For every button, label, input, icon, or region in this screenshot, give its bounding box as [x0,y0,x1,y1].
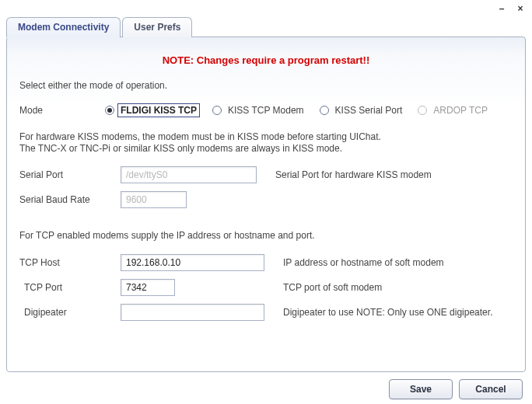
digipeater-input[interactable] [121,304,264,321]
radio-kiss-serial-port[interactable]: KISS Serial Port [320,103,406,117]
hardware-info: For hardware KISS modems, the modem must… [19,131,513,154]
minimize-icon[interactable]: – [496,3,507,14]
select-mode-text: Select either the mode of operation. [19,80,513,91]
restart-note: NOTE: Changes require a program restart!… [19,54,513,66]
tcp-port-label: TCP Port [19,282,121,293]
tab-modem-connectivity[interactable]: Modem Connectivity [6,17,121,37]
tcp-port-input[interactable] [121,279,175,296]
dialog-footer: Save Cancel [0,379,532,399]
hardware-info-line1: For hardware KISS modems, the modem must… [19,131,513,142]
radio-kiss-tcp-modem[interactable]: KISS TCP Modem [212,103,307,117]
radio-label: FLDIGI KISS TCP [117,103,200,117]
radio-label: KISS Serial Port [332,103,406,117]
tcp-host-input[interactable] [121,254,264,271]
cancel-button[interactable]: Cancel [459,379,523,399]
serial-port-hint: Serial Port for hardware KISS modem [275,169,432,180]
serial-baud-label: Serial Baud Rate [19,194,121,205]
radio-fldigi-kiss-tcp[interactable]: FLDIGI KISS TCP [105,103,200,117]
radio-label: KISS TCP Modem [225,103,307,117]
radio-dot-icon [212,106,222,115]
titlebar: – × [0,0,532,17]
tcp-port-hint: TCP port of soft modem [283,282,382,293]
modem-connectivity-panel: NOTE: Changes require a program restart!… [6,37,526,372]
close-icon[interactable]: × [515,3,526,14]
serial-port-label: Serial Port [19,169,121,180]
radio-ardop-tcp: ARDOP TCP [418,103,491,117]
digipeater-hint: Digipeater to use NOTE: Only use ONE dig… [283,307,492,318]
hardware-info-line2: The TNC-X or TNC-Pi or similar KISS only… [19,143,513,154]
tcp-host-hint: IP address or hostname of soft modem [283,257,444,268]
tab-strip: Modem Connectivity User Prefs [0,17,532,37]
tcp-info: For TCP enabled modems supply the IP add… [19,230,513,241]
save-button[interactable]: Save [389,379,453,399]
mode-radio-group: FLDIGI KISS TCP KISS TCP Modem KISS Seri… [105,103,491,117]
dialog-window: – × Modem Connectivity User Prefs NOTE: … [0,0,532,404]
radio-dot-icon [105,106,114,115]
serial-baud-input[interactable] [121,191,187,208]
serial-port-input[interactable] [121,166,257,183]
radio-label: ARDOP TCP [430,103,491,117]
radio-dot-icon [418,106,427,115]
tcp-host-label: TCP Host [19,257,121,268]
radio-dot-icon [320,106,329,115]
digipeater-label: Digipeater [19,307,121,318]
mode-label: Mode [19,105,105,116]
tab-user-prefs[interactable]: User Prefs [122,17,192,37]
